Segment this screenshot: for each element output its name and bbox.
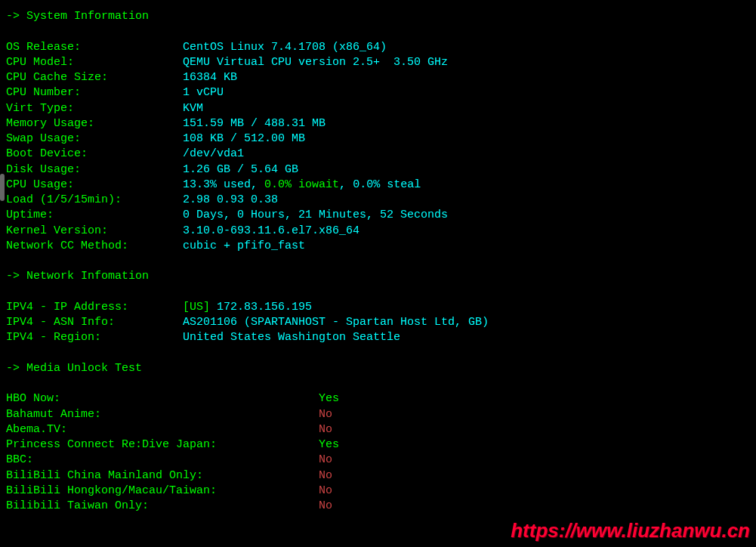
media-result: No bbox=[319, 453, 332, 466]
label-cpu-number: CPU Number: bbox=[6, 86, 183, 99]
label-memory: Memory Usage: bbox=[6, 117, 183, 130]
media-row: Abema.TV: No bbox=[6, 422, 750, 437]
terminal-output: -> System Information OS Release: CentOS… bbox=[6, 9, 750, 514]
value-cpu-cache: 16384 KB bbox=[183, 71, 237, 84]
media-result: No bbox=[319, 499, 332, 512]
value-swap-used: 108 KB bbox=[183, 132, 224, 145]
value-cpu-used: 13.3% used bbox=[183, 178, 251, 191]
media-result: Yes bbox=[319, 392, 339, 405]
media-unlock-list: HBO Now: YesBahamut Anime: NoAbema.TV: N… bbox=[6, 391, 750, 514]
media-result: No bbox=[319, 423, 332, 436]
media-result: No bbox=[319, 484, 332, 497]
value-disk-total: 5.64 GB bbox=[251, 163, 298, 176]
media-label: BiliBili China Mainland Only: bbox=[6, 469, 319, 482]
label-cpu-cache: CPU Cache Size: bbox=[6, 71, 183, 84]
watermark-url: https://www.liuzhanwu.cn bbox=[511, 518, 750, 544]
value-ipv4-asn: AS201106 (SPARTANHOST - Spartan Host Ltd… bbox=[183, 316, 489, 329]
value-kernel: 3.10.0-693.11.6.el7.x86_64 bbox=[183, 224, 359, 237]
value-swap-total: 512.00 MB bbox=[244, 132, 305, 145]
media-row: Bilibili Taiwan Only: No bbox=[6, 499, 750, 514]
media-row: Bahamut Anime: No bbox=[6, 407, 750, 422]
value-cpu-steal: 0.0% steal bbox=[353, 178, 421, 191]
value-ipv4-region: United States Washington Seattle bbox=[183, 331, 400, 344]
value-cc-method: cubic + pfifo_fast bbox=[183, 240, 305, 252]
media-row: BiliBili China Mainland Only: No bbox=[6, 468, 750, 484]
media-label: HBO Now: bbox=[6, 392, 319, 405]
label-swap: Swap Usage: bbox=[6, 132, 183, 145]
media-result: Yes bbox=[319, 438, 339, 451]
value-disk-used: 1.26 GB bbox=[183, 163, 230, 176]
label-virt-type: Virt Type: bbox=[6, 102, 183, 115]
section-header-media: -> Media Unlock Test bbox=[6, 362, 142, 375]
label-ipv4-region: IPV4 - Region: bbox=[6, 331, 183, 344]
section-header-network: -> Network Infomation bbox=[6, 270, 149, 283]
label-cpu-usage: CPU Usage: bbox=[6, 178, 183, 191]
label-boot-device: Boot Device: bbox=[6, 147, 183, 160]
media-result: No bbox=[319, 469, 332, 482]
media-row: Princess Connect Re:Dive Japan: Yes bbox=[6, 437, 750, 453]
media-label: Abema.TV: bbox=[6, 423, 319, 436]
label-uptime: Uptime: bbox=[6, 209, 183, 221]
media-label: Bahamut Anime: bbox=[6, 408, 319, 421]
scrollbar-thumb[interactable] bbox=[0, 174, 5, 201]
media-row: BBC: No bbox=[6, 453, 750, 468]
media-label: BBC: bbox=[6, 453, 319, 466]
label-disk-usage: Disk Usage: bbox=[6, 163, 183, 176]
section-header-system: -> System Information bbox=[6, 10, 149, 23]
label-ipv4-address: IPV4 - IP Address: bbox=[6, 301, 183, 314]
media-label: Bilibili Taiwan Only: bbox=[6, 499, 319, 512]
media-label: Princess Connect Re:Dive Japan: bbox=[6, 438, 319, 451]
media-label: BiliBili Hongkong/Macau/Taiwan: bbox=[6, 484, 319, 497]
value-memory-total: 488.31 MB bbox=[264, 117, 326, 130]
value-cpu-iowait: 0.0% iowait bbox=[264, 178, 339, 191]
label-kernel: Kernel Version: bbox=[6, 224, 183, 237]
value-ipv4-country: [US] bbox=[183, 301, 217, 314]
value-os-release: CentOS Linux 7.4.1708 (x86_64) bbox=[183, 41, 387, 54]
value-virt-type: KVM bbox=[183, 102, 203, 115]
media-result: No bbox=[319, 408, 332, 421]
value-ipv4-address: 172.83.156.195 bbox=[217, 301, 312, 314]
label-ipv4-asn: IPV4 - ASN Info: bbox=[6, 316, 183, 329]
value-load-15: 0.38 bbox=[251, 193, 278, 206]
label-os-release: OS Release: bbox=[6, 41, 183, 54]
value-load-5: 0.93 bbox=[217, 193, 251, 206]
value-cpu-number: 1 vCPU bbox=[183, 86, 224, 99]
media-row: BiliBili Hongkong/Macau/Taiwan: No bbox=[6, 484, 750, 499]
value-boot-device: /dev/vda1 bbox=[183, 147, 244, 160]
value-memory-used: 151.59 MB bbox=[183, 117, 244, 130]
value-cpu-model: QEMU Virtual CPU version 2.5+ 3.50 GHz bbox=[183, 56, 448, 69]
value-load-1: 2.98 bbox=[183, 193, 217, 206]
label-cc-method: Network CC Method: bbox=[6, 240, 183, 252]
label-load: Load (1/5/15min): bbox=[6, 193, 183, 206]
label-cpu-model: CPU Model: bbox=[6, 56, 183, 69]
media-row: HBO Now: Yes bbox=[6, 391, 750, 406]
value-uptime: 0 Days, 0 Hours, 21 Minutes, 52 Seconds bbox=[183, 209, 448, 221]
